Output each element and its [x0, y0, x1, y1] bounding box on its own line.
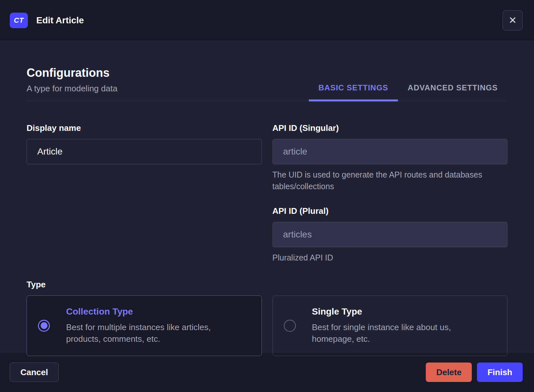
- api-id-plural-hint: Pluralized API ID: [273, 252, 508, 263]
- display-name-group: Display name: [27, 123, 262, 263]
- single-type-card[interactable]: Single Type Best for single instance lik…: [273, 295, 508, 356]
- configurations-header: Configurations A type for modeling data …: [27, 40, 507, 101]
- display-name-input[interactable]: [27, 139, 262, 164]
- page-subtitle: A type for modeling data: [27, 84, 117, 94]
- content-type-badge: CT: [10, 13, 28, 28]
- collection-type-card[interactable]: Collection Type Best for multiple instan…: [27, 295, 262, 356]
- type-section: Type Collection Type Best for multiple i…: [27, 280, 507, 356]
- api-id-plural-label: API ID (Plural): [273, 206, 508, 216]
- modal-header: CT Edit Article ✕: [0, 0, 534, 40]
- single-type-radio[interactable]: [284, 320, 296, 332]
- page-title: Configurations: [27, 66, 117, 80]
- tab-basic-settings[interactable]: BASIC SETTINGS: [309, 83, 398, 101]
- settings-tabs: BASIC SETTINGS ADVANCED SETTINGS: [309, 83, 507, 101]
- api-id-singular-hint: The UID is used to generate the API rout…: [273, 169, 508, 192]
- api-id-column: API ID (Singular) The UID is used to gen…: [273, 123, 508, 263]
- single-type-description: Best for single instance like about us, …: [312, 321, 493, 345]
- collection-type-title: Collection Type: [66, 306, 248, 317]
- collection-type-text: Collection Type Best for multiple instan…: [66, 306, 248, 345]
- close-icon: ✕: [508, 16, 517, 25]
- form-row-ids: Display name API ID (Singular) The UID i…: [27, 123, 507, 263]
- tab-advanced-settings[interactable]: ADVANCED SETTINGS: [398, 83, 507, 101]
- api-id-singular-group: API ID (Singular) The UID is used to gen…: [273, 123, 508, 192]
- api-id-singular-label: API ID (Singular): [273, 123, 508, 133]
- finish-button[interactable]: Finish: [477, 363, 523, 382]
- delete-button[interactable]: Delete: [426, 363, 472, 382]
- modal-title: Edit Article: [36, 15, 84, 26]
- configurations-titles: Configurations A type for modeling data: [27, 66, 117, 101]
- api-id-plural-group: API ID (Plural) Pluralized API ID: [273, 206, 508, 263]
- cancel-button[interactable]: Cancel: [10, 363, 59, 382]
- type-cards: Collection Type Best for multiple instan…: [27, 295, 507, 356]
- content-type-badge-label: CT: [14, 16, 24, 25]
- single-type-title: Single Type: [312, 306, 493, 317]
- api-id-singular-input: [273, 139, 508, 164]
- modal-footer: Cancel Delete Finish: [0, 352, 534, 392]
- single-type-text: Single Type Best for single instance lik…: [312, 306, 493, 345]
- collection-type-description: Best for multiple instances like article…: [66, 321, 248, 345]
- type-label: Type: [27, 280, 507, 290]
- close-button[interactable]: ✕: [503, 10, 523, 30]
- collection-type-radio[interactable]: [38, 320, 50, 332]
- display-name-label: Display name: [27, 123, 262, 133]
- api-id-plural-input: [273, 222, 508, 247]
- footer-actions: Delete Finish: [426, 363, 523, 382]
- modal-body: Configurations A type for modeling data …: [0, 40, 534, 352]
